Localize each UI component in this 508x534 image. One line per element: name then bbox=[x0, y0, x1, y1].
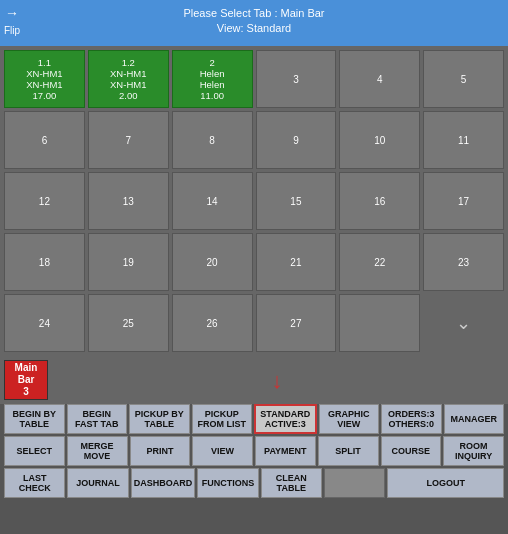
journal-button[interactable]: JOURNAL bbox=[67, 468, 128, 498]
table-3[interactable]: 2 Helen Helen 11.00 bbox=[172, 50, 253, 108]
table-16[interactable]: 15 bbox=[256, 172, 337, 230]
pickup-from-list-button[interactable]: PICKUP FROM LIST bbox=[192, 404, 253, 434]
table-9[interactable]: 8 bbox=[172, 111, 253, 169]
table-26[interactable]: 25 bbox=[88, 294, 169, 352]
orders-others-button[interactable]: ORDERS:3 OTHERS:0 bbox=[381, 404, 442, 434]
header-title-line1: Please Select Tab : Main Bar bbox=[4, 6, 504, 21]
empty-slot-1 bbox=[324, 468, 385, 498]
table-4[interactable]: 3 bbox=[256, 50, 337, 108]
begin-fast-tab-button[interactable]: BEGIN FAST TAB bbox=[67, 404, 128, 434]
table-12[interactable]: 11 bbox=[423, 111, 504, 169]
table-2[interactable]: 1.2 XN-HM1 XN-HM1 2.00 bbox=[88, 50, 169, 108]
table-19[interactable]: 18 bbox=[4, 233, 85, 291]
actions-area: BEGIN BY TABLE BEGIN FAST TAB PICKUP BY … bbox=[0, 404, 508, 500]
view-button[interactable]: VIEW bbox=[192, 436, 253, 466]
graphic-view-button[interactable]: GRAPHIC VIEW bbox=[319, 404, 380, 434]
logout-button[interactable]: LOGOUT bbox=[387, 468, 504, 498]
table-24[interactable]: 23 bbox=[423, 233, 504, 291]
flip-label: Flip bbox=[4, 24, 20, 38]
functions-button[interactable]: FUNCTIONS bbox=[197, 468, 258, 498]
clean-table-button[interactable]: CLEAN TABLE bbox=[261, 468, 322, 498]
table-6[interactable]: 5 bbox=[423, 50, 504, 108]
arrow-indicator: ↓ bbox=[50, 360, 504, 402]
tables-grid: 1.1 XN-HM1 XN-HM1 17.00 1.2 XN-HM1 XN-HM… bbox=[0, 46, 508, 356]
last-check-button[interactable]: LAST CHECK bbox=[4, 468, 65, 498]
action-row-3: LAST CHECK JOURNAL DASHBOARD FUNCTIONS C… bbox=[4, 468, 504, 498]
flip-button[interactable]: → Flip bbox=[4, 4, 20, 38]
table-20[interactable]: 19 bbox=[88, 233, 169, 291]
table-11[interactable]: 10 bbox=[339, 111, 420, 169]
payment-button[interactable]: PAYMENT bbox=[255, 436, 316, 466]
table-28[interactable]: 27 bbox=[256, 294, 337, 352]
table-17[interactable]: 16 bbox=[339, 172, 420, 230]
header-title: Please Select Tab : Main Bar View: Stand… bbox=[4, 6, 504, 37]
begin-by-table-button[interactable]: BEGIN BY TABLE bbox=[4, 404, 65, 434]
room-inquiry-button[interactable]: ROOM INQUIRY bbox=[443, 436, 504, 466]
dashboard-button[interactable]: DASHBOARD bbox=[131, 468, 196, 498]
table-22[interactable]: 21 bbox=[256, 233, 337, 291]
table-13[interactable]: 12 bbox=[4, 172, 85, 230]
table-8[interactable]: 7 bbox=[88, 111, 169, 169]
table-15[interactable]: 14 bbox=[172, 172, 253, 230]
standard-active-button[interactable]: STANDARD ACTIVE:3 bbox=[254, 404, 317, 434]
header-title-line2: View: Standard bbox=[4, 21, 504, 36]
pickup-by-table-button[interactable]: PICKUP BY TABLE bbox=[129, 404, 190, 434]
header: → Flip Please Select Tab : Main Bar View… bbox=[0, 0, 508, 46]
table-10[interactable]: 9 bbox=[256, 111, 337, 169]
print-button[interactable]: PRINT bbox=[130, 436, 191, 466]
current-tab-button[interactable]: Main Bar 3 bbox=[4, 360, 48, 400]
table-25[interactable]: 24 bbox=[4, 294, 85, 352]
table-14[interactable]: 13 bbox=[88, 172, 169, 230]
merge-move-button[interactable]: MERGE MOVE bbox=[67, 436, 128, 466]
table-1[interactable]: 1.1 XN-HM1 XN-HM1 17.00 bbox=[4, 50, 85, 108]
split-button[interactable]: SPLIT bbox=[318, 436, 379, 466]
action-row-2: SELECT MERGE MOVE PRINT VIEW PAYMENT SPL… bbox=[4, 436, 504, 466]
action-row-1: BEGIN BY TABLE BEGIN FAST TAB PICKUP BY … bbox=[4, 404, 504, 434]
course-button[interactable]: COURSE bbox=[381, 436, 442, 466]
table-18[interactable]: 17 bbox=[423, 172, 504, 230]
manager-button[interactable]: MANAGER bbox=[444, 404, 505, 434]
select-button[interactable]: SELECT bbox=[4, 436, 65, 466]
table-23[interactable]: 22 bbox=[339, 233, 420, 291]
table-5[interactable]: 4 bbox=[339, 50, 420, 108]
table-21[interactable]: 20 bbox=[172, 233, 253, 291]
table-empty-1 bbox=[339, 294, 420, 352]
table-27[interactable]: 26 bbox=[172, 294, 253, 352]
table-7[interactable]: 6 bbox=[4, 111, 85, 169]
scroll-down-icon[interactable]: ⌄ bbox=[423, 294, 504, 352]
